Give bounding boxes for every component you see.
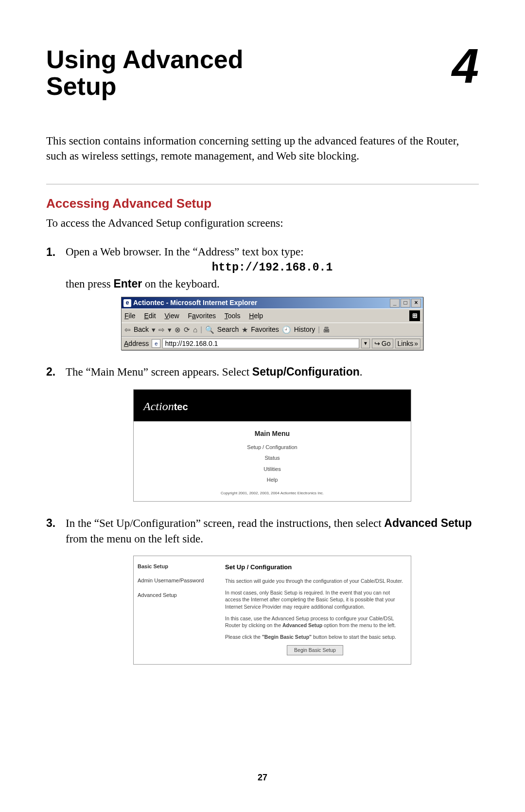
chevron-right-icon: » bbox=[414, 339, 418, 349]
chapter-title-line2: Setup bbox=[46, 72, 116, 100]
refresh-icon[interactable]: ⟳ bbox=[184, 325, 190, 335]
go-button[interactable]: ↪Go bbox=[372, 339, 393, 348]
ie-window-title: Actiontec - Microsoft Internet Explorer bbox=[133, 298, 257, 308]
step-number: 2. bbox=[46, 364, 66, 501]
step-1: 1. Open a Web browser. In the “Address” … bbox=[46, 244, 479, 350]
forward-icon[interactable]: ⇨ bbox=[158, 325, 165, 335]
figure-actiontec-menu: Actiontec Main Menu Setup / Configuratio… bbox=[133, 389, 411, 502]
stop-icon[interactable]: ⊗ bbox=[175, 325, 181, 335]
step-3: 3. In the “Set Up/Configuration” screen,… bbox=[46, 515, 479, 665]
step-number: 1. bbox=[46, 244, 66, 350]
chapter-header: Using Advanced Setup 4 bbox=[46, 46, 479, 99]
config-p2: In most cases, only Basic Setup is requi… bbox=[225, 589, 405, 610]
minimize-button[interactable]: _ bbox=[390, 299, 400, 307]
chapter-number: 4 bbox=[452, 44, 479, 88]
print-icon[interactable]: 🖶 bbox=[323, 325, 330, 335]
address-label: Address bbox=[124, 339, 149, 349]
address-input[interactable]: http://192.168.0.1 bbox=[162, 339, 359, 348]
ie-address-bar: Address e http://192.168.0.1 ▼ ↪Go Links… bbox=[122, 337, 423, 350]
link-setup-configuration[interactable]: Setup / Configuration bbox=[134, 444, 411, 451]
figure-ie-browser: e Actiontec - Microsoft Internet Explore… bbox=[121, 297, 423, 351]
ie-brand-icon: ⊞ bbox=[409, 310, 420, 321]
config-sidebar: Basic Setup Admin Username/Password Adva… bbox=[134, 556, 219, 664]
sidebar-item-advanced-setup[interactable]: Advanced Setup bbox=[138, 592, 215, 599]
copyright-text: Copyright 2001, 2002, 2003, 2004 Actiont… bbox=[134, 490, 411, 496]
address-dropdown-icon[interactable]: ▼ bbox=[361, 339, 370, 348]
sidebar-item-basic-setup[interactable]: Basic Setup bbox=[138, 563, 215, 570]
favorites-button[interactable]: Favorites bbox=[251, 325, 279, 335]
history-icon[interactable]: 🕘 bbox=[282, 325, 291, 335]
main-menu-title: Main Menu bbox=[134, 429, 411, 439]
links-button[interactable]: Links » bbox=[395, 339, 420, 348]
config-title: Set Up / Configuration bbox=[225, 563, 405, 572]
chapter-title: Using Advanced Setup bbox=[46, 46, 244, 99]
favorites-icon[interactable]: ★ bbox=[242, 325, 248, 335]
section-subheading: To access the Advanced Setup configurati… bbox=[46, 217, 479, 230]
section-heading: Accessing Advanced Setup bbox=[46, 196, 479, 211]
link-status[interactable]: Status bbox=[134, 454, 411, 462]
step-number: 3. bbox=[46, 515, 66, 665]
step1-code: http://192.168.0.1 bbox=[66, 260, 479, 275]
link-help[interactable]: Help bbox=[134, 476, 411, 484]
go-icon: ↪ bbox=[374, 339, 380, 349]
menu-tools[interactable]: Tools bbox=[225, 312, 241, 320]
back-dropdown-icon[interactable]: ▾ bbox=[152, 325, 156, 335]
forward-dropdown-icon[interactable]: ▾ bbox=[168, 325, 172, 335]
figure-configuration-screen: Basic Setup Admin Username/Password Adva… bbox=[133, 556, 411, 665]
config-p1: This section will guide you through the … bbox=[225, 577, 405, 584]
ie-menubar: File Edit View Favorites Tools Help ⊞ bbox=[122, 308, 423, 323]
back-button[interactable]: Back bbox=[134, 325, 149, 335]
search-icon[interactable]: 🔍 bbox=[205, 325, 214, 335]
actiontec-logo: Actiontec bbox=[143, 400, 188, 413]
page-icon: e bbox=[152, 339, 160, 348]
page-number: 27 bbox=[0, 773, 525, 783]
toolbar-separator: | bbox=[200, 325, 202, 335]
search-button[interactable]: Search bbox=[217, 325, 239, 335]
home-icon[interactable]: ⌂ bbox=[193, 325, 197, 335]
intro-paragraph: This section contains information concer… bbox=[46, 133, 479, 163]
back-icon[interactable]: ⇦ bbox=[124, 325, 131, 335]
actiontec-header: Actiontec bbox=[134, 390, 411, 422]
ie-titlebar: e Actiontec - Microsoft Internet Explore… bbox=[122, 297, 423, 309]
step1-text-a: Open a Web browser. In the “Address” tex… bbox=[66, 246, 304, 258]
ie-app-icon: e bbox=[123, 299, 131, 307]
sidebar-item-admin[interactable]: Admin Username/Password bbox=[138, 577, 215, 584]
menu-edit[interactable]: Edit bbox=[144, 312, 156, 320]
link-utilities[interactable]: Utilities bbox=[134, 466, 411, 473]
menu-view[interactable]: View bbox=[165, 312, 179, 320]
chapter-title-line1: Using Advanced bbox=[46, 45, 244, 73]
step1-text-b: then press Enter on the keyboard. bbox=[66, 278, 220, 290]
config-p3: In this case, use the Advanced Setup pro… bbox=[225, 615, 405, 629]
menu-file[interactable]: File bbox=[124, 312, 136, 320]
step-2: 2. The “Main Menu” screen appears. Selec… bbox=[46, 364, 479, 501]
ie-toolbar: ⇦ Back ▾ ⇨ ▾ ⊗ ⟳ ⌂ | 🔍 Search ★ bbox=[122, 323, 423, 337]
step3-text: In the “Set Up/Configuration” screen, re… bbox=[66, 517, 472, 545]
begin-basic-setup-button[interactable]: Begin Basic Setup bbox=[287, 645, 343, 655]
menu-favorites[interactable]: Favorites bbox=[188, 312, 216, 320]
menu-help[interactable]: Help bbox=[249, 312, 263, 320]
step2-text: The “Main Menu” screen appears. Select S… bbox=[66, 366, 363, 378]
close-button[interactable]: × bbox=[411, 299, 421, 307]
maximize-button[interactable]: □ bbox=[401, 299, 410, 307]
divider bbox=[46, 184, 479, 184]
toolbar-separator-2: | bbox=[318, 325, 320, 335]
config-p4: Please click the "Begin Basic Setup" but… bbox=[225, 633, 405, 640]
history-button[interactable]: History bbox=[294, 325, 315, 335]
